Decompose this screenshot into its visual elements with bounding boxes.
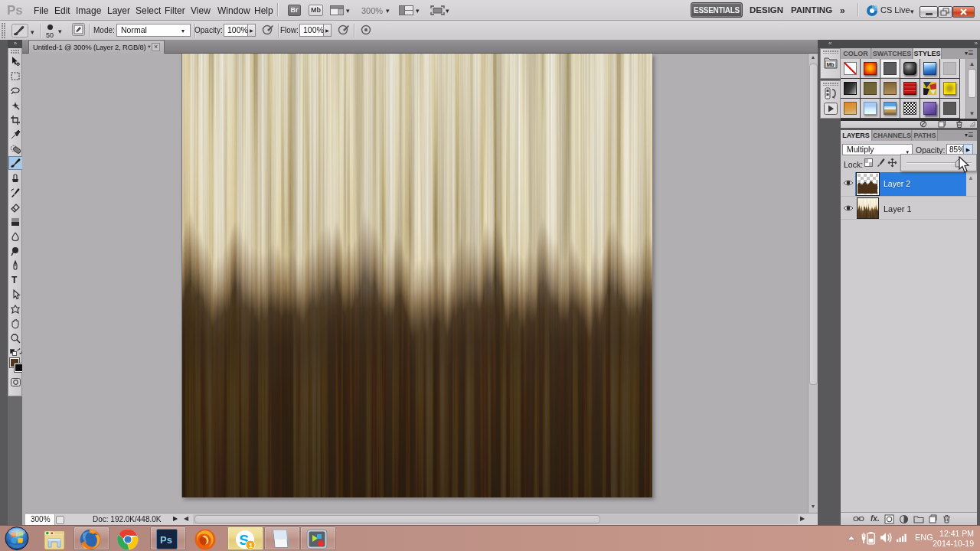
svg-text:Mb: Mb (827, 62, 835, 67)
svg-text:Ps: Ps (160, 534, 172, 546)
svg-text:1: 1 (249, 542, 253, 549)
